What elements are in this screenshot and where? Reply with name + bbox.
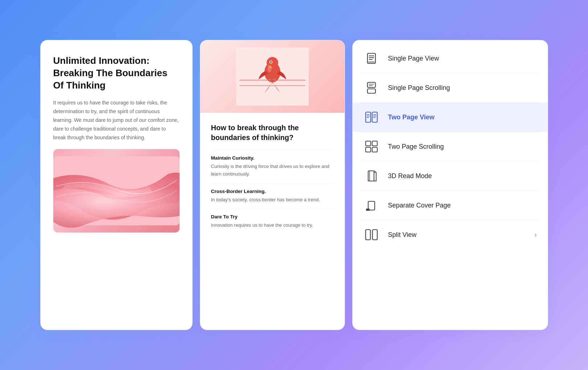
- option-two-page-view[interactable]: Two Page View: [353, 103, 548, 132]
- section-cross-border-body: In today's society, cross-border has bec…: [211, 196, 334, 204]
- single-page-scrolling-icon: [363, 80, 379, 96]
- right-panel: Single Page View Single Page Scrolling: [352, 40, 548, 330]
- left-panel-image: [53, 149, 180, 233]
- svg-rect-35: [372, 141, 377, 146]
- section-curiosity: Maintain Curiosity. Curiosity is the dri…: [211, 150, 334, 183]
- option-single-page-view[interactable]: Single Page View: [353, 44, 548, 73]
- svg-rect-42: [366, 209, 370, 211]
- left-panel-body: It requires us to have the courage to ta…: [53, 99, 180, 142]
- separate-cover-page-label: Separate Cover Page: [388, 202, 451, 209]
- svg-rect-44: [373, 230, 377, 240]
- svg-point-7: [270, 61, 272, 63]
- svg-rect-37: [372, 147, 377, 152]
- two-page-scrolling-icon: [363, 139, 379, 155]
- main-container: Unlimited Innovation: Breaking The Bound…: [40, 40, 548, 330]
- split-view-chevron: ›: [535, 231, 537, 239]
- middle-heading: How to break through the boundaries of t…: [211, 123, 334, 143]
- two-page-scrolling-label: Two Page Scrolling: [388, 143, 444, 151]
- option-3d-read-mode[interactable]: 3D Read Mode: [353, 161, 548, 190]
- svg-rect-34: [366, 141, 371, 146]
- middle-panel-image: [200, 40, 345, 113]
- 3d-read-mode-icon: [363, 168, 379, 184]
- svg-rect-23: [367, 89, 375, 93]
- svg-rect-26: [366, 112, 371, 122]
- middle-content: How to break through the boundaries of t…: [200, 113, 345, 244]
- left-panel: Unlimited Innovation: Breaking The Bound…: [40, 40, 193, 330]
- single-page-scrolling-label: Single Page Scrolling: [388, 84, 450, 92]
- ribbon-illustration: [53, 149, 180, 233]
- option-two-page-scrolling[interactable]: Two Page Scrolling: [353, 132, 548, 161]
- split-view-icon: [363, 227, 379, 243]
- svg-rect-36: [366, 147, 371, 152]
- two-page-view-icon: [363, 109, 379, 125]
- two-page-view-label: Two Page View: [388, 114, 435, 121]
- svg-rect-43: [366, 230, 370, 240]
- svg-rect-22: [367, 82, 375, 87]
- section-curiosity-body: Curiosity is the driving force that driv…: [211, 163, 334, 178]
- option-separate-cover-page[interactable]: Separate Cover Page: [353, 191, 548, 220]
- split-view-label: Split View: [388, 231, 417, 239]
- svg-point-16: [267, 65, 272, 72]
- svg-rect-38: [368, 171, 374, 181]
- separate-cover-page-icon: [363, 197, 379, 213]
- option-single-page-scrolling[interactable]: Single Page Scrolling: [353, 73, 548, 102]
- single-page-view-label: Single Page View: [388, 55, 439, 62]
- section-dare-body: Innovation requires us to have the coura…: [211, 222, 334, 229]
- single-page-view-icon: [363, 50, 379, 66]
- left-panel-title: Unlimited Innovation: Breaking The Bound…: [53, 55, 180, 91]
- section-curiosity-title: Maintain Curiosity.: [211, 155, 334, 161]
- section-cross-border: Cross-Border Learning. In today's societ…: [211, 183, 334, 209]
- section-dare-title: Dare To Try: [211, 214, 334, 219]
- svg-rect-27: [372, 112, 377, 122]
- 3d-read-mode-label: 3D Read Mode: [388, 172, 432, 180]
- svg-rect-21: [368, 62, 375, 62]
- bird-illustration: [236, 48, 309, 106]
- section-dare: Dare To Try Innovation requires us to ha…: [211, 209, 334, 234]
- middle-panel: How to break through the boundaries of t…: [200, 40, 345, 330]
- option-split-view[interactable]: Split View ›: [353, 220, 548, 249]
- section-cross-border-title: Cross-Border Learning.: [211, 189, 334, 194]
